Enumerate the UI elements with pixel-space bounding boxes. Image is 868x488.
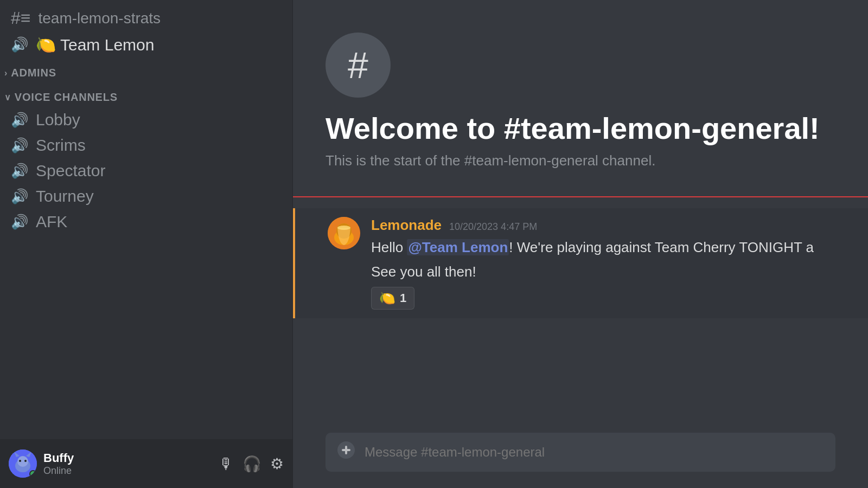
sidebar-item-scrims[interactable]: 🔊 Scrims: [4, 133, 288, 158]
message-mention: @Team Lemon: [407, 239, 509, 255]
messages-container: Lemonade 10/20/2023 4:47 PM Hello @Team …: [293, 208, 868, 422]
channel-icon-large: #: [326, 33, 391, 98]
voice-channels-label: VOICE CHANNELS: [15, 91, 118, 104]
svg-point-5: [19, 460, 21, 462]
svg-point-6: [24, 460, 27, 462]
team-lemon-emoji: 🍋: [36, 35, 56, 54]
admins-label: ADMINS: [11, 67, 56, 79]
main-content: # Welcome to #team-lemon-general! This i…: [293, 0, 868, 488]
welcome-section: # Welcome to #team-lemon-general! This i…: [293, 0, 868, 185]
user-controls: 🎙 🎧 ⚙: [219, 455, 284, 473]
speaker-icon-lobby: 🔊: [11, 112, 28, 129]
user-panel: Buffy Online 🎙 🎧 ⚙: [0, 439, 292, 488]
user-info: Buffy Online: [43, 451, 212, 477]
channel-name-team-lemon-strats: team-lemon-strats: [38, 10, 161, 27]
afk-label: AFK: [36, 213, 67, 231]
message-text-line1: Hello @Team Lemon! We're playing against…: [371, 237, 835, 258]
message-text-line2: See you all then!: [371, 264, 835, 280]
sidebar-item-spectator[interactable]: 🔊 Spectator: [4, 158, 288, 183]
lobby-label: Lobby: [36, 111, 80, 129]
speaker-icon-afk: 🔊: [11, 214, 28, 230]
sidebar-item-afk[interactable]: 🔊 AFK: [4, 209, 288, 234]
sidebar-item-team-lemon[interactable]: 🔊 🍋 Team Lemon: [4, 32, 288, 57]
reaction-emoji: 🍋: [379, 291, 395, 306]
message-input-box: [326, 433, 835, 472]
add-attachment-button[interactable]: [336, 440, 356, 464]
svg-point-11: [337, 226, 350, 230]
user-status: Online: [43, 465, 212, 477]
message-timestamp: 10/20/2023 4:47 PM: [449, 221, 537, 233]
reaction-count: 1: [400, 291, 406, 305]
svg-rect-14: [345, 446, 347, 454]
speaker-icon-tourney: 🔊: [11, 188, 28, 205]
speaker-icon: 🔊: [11, 36, 28, 53]
deafen-headset-button[interactable]: 🎧: [242, 455, 261, 473]
hash-icon: #≡: [11, 8, 30, 28]
sidebar-item-team-lemon-strats[interactable]: #≡ team-lemon-strats: [4, 5, 288, 31]
settings-button[interactable]: ⚙: [270, 455, 284, 473]
svg-point-2: [17, 456, 28, 467]
voice-channels-caret: ∨: [4, 92, 11, 102]
section-admins[interactable]: › ADMINS: [0, 58, 292, 82]
avatar: [9, 450, 37, 478]
new-messages-divider: [293, 196, 868, 197]
hash-large-icon: #: [348, 44, 368, 86]
message-prefix: Hello: [371, 239, 407, 255]
table-row: Lemonade 10/20/2023 4:47 PM Hello @Team …: [293, 208, 868, 318]
message-avatar: [328, 217, 360, 249]
tourney-label: Tourney: [36, 187, 94, 206]
team-lemon-label: Team Lemon: [60, 36, 154, 54]
sidebar-item-tourney[interactable]: 🔊 Tourney: [4, 184, 288, 209]
scrims-label: Scrims: [36, 136, 86, 155]
status-indicator: [29, 470, 37, 478]
sidebar-content: #≡ team-lemon-strats 🔊 🍋 Team Lemon › AD…: [0, 0, 292, 439]
speaker-icon-scrims: 🔊: [11, 137, 28, 154]
message-input-area: [293, 422, 868, 488]
avatar-image-lemonade: [328, 217, 360, 249]
message-header: Lemonade 10/20/2023 4:47 PM: [371, 217, 835, 234]
welcome-title: Welcome to #team-lemon-general!: [326, 111, 835, 146]
admins-caret: ›: [4, 68, 8, 78]
welcome-subtitle: This is the start of the #team-lemon-gen…: [326, 152, 835, 169]
spectator-label: Spectator: [36, 162, 105, 180]
mute-mic-button[interactable]: 🎙: [219, 455, 234, 473]
message-author: Lemonade: [371, 217, 442, 234]
reaction-button[interactable]: 🍋 1: [371, 287, 414, 310]
username: Buffy: [43, 451, 212, 465]
section-voice-channels[interactable]: ∨ VOICE CHANNELS: [0, 82, 292, 107]
sidebar: #≡ team-lemon-strats 🔊 🍋 Team Lemon › AD…: [0, 0, 293, 488]
speaker-icon-spectator: 🔊: [11, 163, 28, 179]
message-input[interactable]: [365, 445, 825, 460]
message-suffix: ! We're playing against Team Cherry TONI…: [509, 239, 814, 255]
message-body: Lemonade 10/20/2023 4:47 PM Hello @Team …: [371, 217, 835, 310]
sidebar-item-lobby[interactable]: 🔊 Lobby: [4, 107, 288, 132]
